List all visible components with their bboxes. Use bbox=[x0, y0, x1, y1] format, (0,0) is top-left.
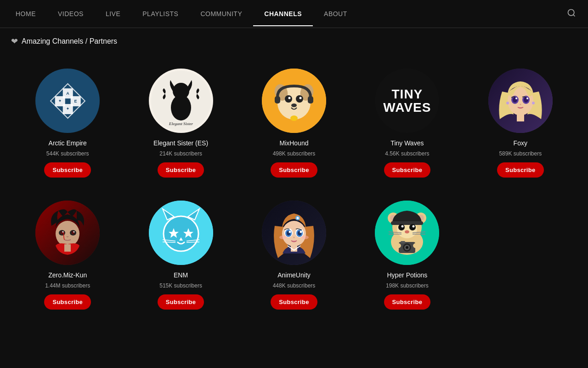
svg-rect-16 bbox=[308, 96, 313, 104]
channel-subs-arctic-empire: 544K subscribers bbox=[46, 150, 89, 157]
svg-point-37 bbox=[62, 231, 64, 233]
channel-card-arctic-empire: A E ✦ ✦ Arctic Empire 544K subscribers S… bbox=[11, 59, 124, 187]
channel-card-tiny-waves: TINY WAVES Tiny Waves 4.56K subscribers … bbox=[351, 59, 464, 187]
channel-card-empty bbox=[464, 191, 577, 319]
svg-rect-88 bbox=[401, 241, 405, 243]
svg-line-47 bbox=[163, 242, 175, 242]
svg-point-17 bbox=[290, 115, 298, 121]
svg-line-1 bbox=[573, 15, 575, 17]
svg-point-75 bbox=[398, 224, 405, 230]
subscribe-button-enm[interactable]: Subscribe bbox=[158, 294, 204, 310]
svg-rect-74 bbox=[391, 221, 423, 225]
svg-point-77 bbox=[401, 225, 404, 228]
avatar-hyper-potions[interactable] bbox=[375, 201, 439, 265]
svg-point-28 bbox=[506, 102, 509, 104]
svg-point-29 bbox=[532, 102, 535, 104]
subscribe-button-hyper-potions[interactable]: Subscribe bbox=[384, 294, 431, 310]
nav-home[interactable]: HOME bbox=[5, 2, 47, 26]
nav-playlists[interactable]: PLAYLISTS bbox=[131, 2, 189, 26]
nav-channels[interactable]: CHANNELS bbox=[253, 2, 313, 26]
avatar-zero-miz-kun[interactable] bbox=[35, 201, 100, 265]
channel-subs-zero-miz-kun: 1.44M subscribers bbox=[45, 282, 90, 289]
svg-point-78 bbox=[413, 225, 415, 228]
channel-card-mixhound: MixHound 498K subscribers Subscribe bbox=[237, 59, 351, 187]
svg-point-61 bbox=[288, 231, 291, 233]
svg-point-27 bbox=[520, 104, 521, 105]
nav-live[interactable]: LIVE bbox=[95, 2, 131, 26]
svg-point-10 bbox=[285, 95, 292, 103]
svg-point-11 bbox=[296, 95, 303, 103]
subscribe-button-zero-miz-kun[interactable]: Subscribe bbox=[44, 294, 91, 310]
channel-subs-anime-unity: 448K subscribers bbox=[273, 282, 316, 289]
channel-name-mixhound: MixHound bbox=[279, 139, 308, 147]
search-icon[interactable] bbox=[560, 0, 583, 28]
svg-line-49 bbox=[187, 242, 199, 242]
channel-card-enm: ENM 515K subscribers Subscribe bbox=[124, 191, 237, 319]
channel-subs-enm: 515K subscribers bbox=[159, 282, 202, 289]
channel-name-arctic-empire: Arctic Empire bbox=[49, 139, 87, 147]
avatar-enm[interactable] bbox=[149, 201, 213, 265]
svg-point-13 bbox=[299, 97, 301, 99]
svg-point-12 bbox=[288, 97, 290, 99]
avatar-arctic-empire[interactable]: A E ✦ ✦ bbox=[35, 69, 100, 133]
nav-about[interactable]: ABOUT bbox=[313, 2, 358, 26]
channel-name-zero-miz-kun: Zero.Miz-Kun bbox=[48, 271, 87, 279]
svg-point-14 bbox=[291, 104, 297, 107]
svg-point-54 bbox=[296, 217, 299, 219]
channel-name-foxy: Foxy bbox=[514, 139, 527, 147]
breadcrumb: ❤ Amazing Channels / Partners bbox=[0, 28, 588, 55]
channel-card-hyper-potions: Hyper Potions 198K subscribers Subscribe bbox=[351, 191, 464, 319]
svg-point-38 bbox=[74, 231, 75, 233]
avatar-anime-unity[interactable] bbox=[262, 201, 326, 265]
subscribe-button-mixhound[interactable]: Subscribe bbox=[271, 162, 317, 178]
svg-rect-32 bbox=[64, 244, 71, 252]
avatar-tiny-waves[interactable]: TINY WAVES bbox=[375, 69, 439, 133]
svg-point-65 bbox=[293, 237, 294, 238]
svg-point-0 bbox=[568, 10, 574, 16]
navigation: HOME VIDEOS LIVE PLAYLISTS COMMUNITY CHA… bbox=[0, 0, 588, 28]
svg-rect-15 bbox=[275, 96, 280, 104]
channel-subs-hyper-potions: 198K subscribers bbox=[386, 282, 429, 289]
svg-point-25 bbox=[515, 98, 517, 99]
subscribe-button-arctic-empire[interactable]: Subscribe bbox=[44, 162, 91, 178]
subscribe-button-foxy[interactable]: Subscribe bbox=[497, 162, 544, 178]
channel-subs-elegant-sister: 214K subscribers bbox=[159, 150, 202, 157]
channel-card-foxy: Foxy 589K subscribers Subscribe bbox=[464, 59, 577, 187]
svg-point-62 bbox=[300, 231, 302, 233]
svg-point-90 bbox=[413, 243, 420, 248]
svg-point-26 bbox=[526, 98, 528, 99]
svg-point-4 bbox=[173, 83, 189, 99]
channel-name-elegant-sister: Elegant Sister (ES) bbox=[153, 139, 208, 147]
svg-point-76 bbox=[409, 224, 416, 230]
channel-subs-tiny-waves: 4.56K subscribers bbox=[385, 150, 429, 157]
nav-videos[interactable]: VIDEOS bbox=[47, 2, 95, 26]
channel-subs-mixhound: 498K subscribers bbox=[273, 150, 316, 157]
svg-point-63 bbox=[279, 236, 287, 239]
svg-point-89 bbox=[394, 243, 401, 248]
nav-community[interactable]: COMMUNITY bbox=[189, 2, 253, 26]
heart-icon: ❤ bbox=[11, 36, 18, 46]
breadcrumb-text: Amazing Channels / Partners bbox=[22, 37, 117, 46]
channel-card-zero-miz-kun: Zero.Miz-Kun 1.44M subscribers Subscribe bbox=[11, 191, 124, 319]
channel-name-anime-unity: AnimeUnity bbox=[277, 271, 311, 279]
subscribe-button-tiny-waves[interactable]: Subscribe bbox=[384, 162, 431, 178]
channel-name-tiny-waves: Tiny Waves bbox=[390, 139, 424, 147]
avatar-elegant-sister[interactable]: Elegant Sister bbox=[149, 69, 213, 133]
channel-name-hyper-potions: Hyper Potions bbox=[387, 271, 427, 279]
svg-point-40 bbox=[164, 216, 198, 251]
avatar-foxy[interactable] bbox=[488, 69, 553, 133]
channel-subs-foxy: 589K subscribers bbox=[499, 150, 542, 157]
subscribe-button-anime-unity[interactable]: Subscribe bbox=[271, 294, 317, 310]
channel-name-enm: ENM bbox=[174, 271, 188, 279]
avatar-mixhound[interactable] bbox=[262, 69, 326, 133]
svg-point-79 bbox=[405, 230, 409, 234]
channel-card-anime-unity: AnimeUnity 448K subscribers Subscribe bbox=[237, 191, 351, 319]
svg-point-87 bbox=[406, 246, 408, 249]
svg-text:Elegant Sister: Elegant Sister bbox=[168, 121, 193, 126]
svg-point-64 bbox=[301, 236, 309, 239]
channels-grid: A E ✦ ✦ Arctic Empire 544K subscribers S… bbox=[0, 55, 588, 323]
subscribe-button-elegant-sister[interactable]: Subscribe bbox=[158, 162, 204, 178]
channel-card-elegant-sister: Elegant Sister Elegant Sister (ES) 214K … bbox=[124, 59, 237, 187]
